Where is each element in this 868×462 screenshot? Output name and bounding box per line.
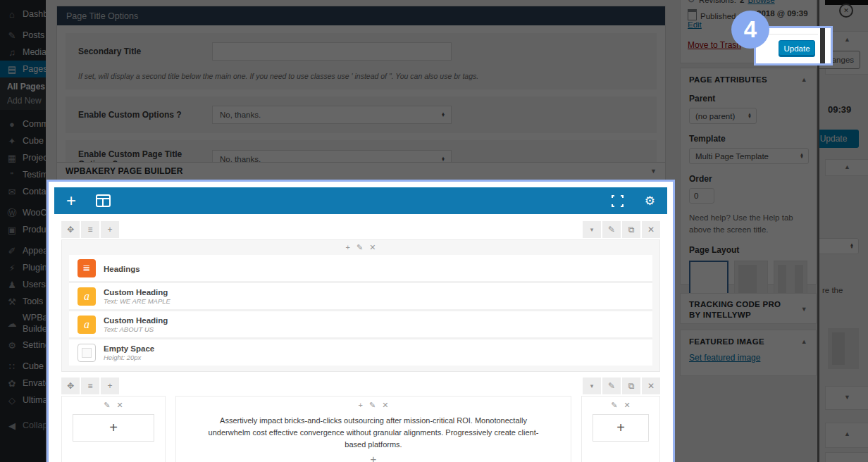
sidebar-item-projects[interactable]: ▦Projects [0, 149, 46, 166]
pin-icon: ✎ [6, 31, 18, 40]
sidebar-item-woocommerce[interactable]: ⓌWooCommerce [0, 204, 46, 221]
row-edit-button[interactable]: ✎ [602, 221, 621, 238]
text-block-element[interactable]: Assertively impact bricks-and-clicks out… [183, 413, 564, 451]
layout-thumb-right-sidebar[interactable] [734, 261, 768, 297]
column-delete-icon[interactable]: ✕ [382, 401, 388, 410]
chevron-up-icon[interactable]: ▲ [844, 430, 850, 437]
sidebar-item-dashboard[interactable]: ⌂Dashboard [0, 6, 46, 23]
element-title: Headings [104, 265, 140, 273]
enable-custom-options-select[interactable]: No, thanks. ▲▼ [212, 106, 452, 124]
row-add-button[interactable]: + [101, 221, 119, 238]
headings-icon: ≣ [78, 259, 96, 277]
update-button[interactable]: Update [779, 40, 815, 57]
row-layout-button[interactable]: ≡ [81, 377, 99, 394]
edit-published-link[interactable]: Edit [688, 20, 702, 29]
sidebar-item-products[interactable]: ▣Products [0, 221, 46, 238]
row-delete-button[interactable]: ✕ [642, 377, 660, 394]
wpbakery-metabox-header[interactable]: WPBAKERY PAGE BUILDER ▼ [56, 162, 666, 180]
chevron-up-icon[interactable]: ▲ [801, 338, 807, 345]
templates-button[interactable] [96, 194, 111, 207]
vc-element-empty-space[interactable]: Empty Space Height: 20px [69, 339, 652, 366]
row-toggle-button[interactable]: ▾ [583, 377, 601, 394]
secondary-title-input[interactable] [212, 42, 452, 61]
row-drag-handle[interactable]: ✥ [61, 221, 80, 238]
add-element-button[interactable]: + [66, 192, 76, 209]
comments-icon: ● [6, 120, 18, 129]
vc-row-toolbar: ✥ ≡ + ▾ ✎ ⧉ ✕ [61, 377, 660, 394]
template-select[interactable]: Multi Page Template ▲▼ [689, 148, 809, 164]
fullscreen-icon[interactable] [612, 195, 624, 207]
sidebar-item-plugins[interactable]: ⚡Plugins [0, 259, 46, 276]
sidebar-item-contact[interactable]: ✉Contact [0, 183, 46, 200]
row-add-button[interactable]: + [101, 377, 119, 394]
element-subtitle: Text: WE ARE MAPLE [104, 297, 170, 305]
row-clone-button[interactable]: ⧉ [622, 377, 640, 394]
select-stepper-icon: ▲▼ [850, 244, 854, 249]
sidebar-item-ultimate[interactable]: ◇Ultimate [0, 392, 46, 408]
chevron-down-icon[interactable]: ▼ [650, 168, 657, 175]
column-edit-icon[interactable]: ✎ [611, 401, 617, 410]
sidebar-item-add-new[interactable]: Add New [0, 94, 46, 108]
empty-space-icon [78, 344, 96, 362]
row-drag-handle[interactable]: ✥ [61, 377, 80, 394]
sidebar-item-testimonials[interactable]: “Testimonials [0, 166, 46, 183]
chevron-down-icon[interactable]: ▼ [801, 306, 807, 314]
column-add-icon[interactable]: + [359, 401, 363, 410]
column-edit-icon[interactable]: ✎ [356, 243, 363, 252]
row-delete-button[interactable]: ✕ [642, 221, 660, 238]
row-edit-button[interactable]: ✎ [602, 377, 621, 394]
column-delete-icon[interactable]: ✕ [369, 243, 376, 252]
sidebar-item-users[interactable]: ♟Users [0, 276, 46, 293]
row-toggle-button[interactable]: ▾ [583, 221, 601, 238]
sidebar-item-cube-posts[interactable]: ✦Cube Portfolio [0, 132, 46, 149]
column-edit-icon[interactable]: ✎ [369, 401, 376, 410]
sidebar-item-envato-market[interactable]: ✿Envato Market [0, 375, 46, 392]
envato-icon: ✿ [6, 379, 18, 388]
sidebar-item-settings[interactable]: ⚙Settings [0, 337, 46, 354]
parent-select[interactable]: (no parent) ▲▼ [689, 108, 757, 124]
pages-icon: ▤ [6, 65, 18, 74]
append-element-button[interactable]: + [183, 451, 564, 462]
sidebar-item-posts[interactable]: ✎Posts [0, 27, 46, 44]
chevron-up-icon[interactable]: ▲ [844, 163, 850, 170]
column-add-icon[interactable]: + [346, 243, 350, 252]
dismiss-notice-icon[interactable]: ✕ [839, 4, 853, 18]
column-edit-icon[interactable]: ✎ [104, 401, 110, 410]
order-input[interactable]: 0 [689, 188, 714, 204]
published-time-fragment: 09:39 [828, 104, 851, 115]
chevron-up-icon[interactable]: ▲ [844, 36, 850, 43]
sidebar-item-all-pages[interactable]: All Pages [0, 80, 46, 94]
row-clone-button[interactable]: ⧉ [622, 221, 640, 238]
sidebar-item-appearance[interactable]: ✐Appearance [0, 242, 46, 259]
sidebar-item-media[interactable]: ♫Media [0, 44, 46, 61]
layout-thumb-left-sidebar[interactable] [774, 261, 807, 297]
layout-thumb-fullwidth[interactable] [689, 261, 728, 297]
sidebar-item-tools[interactable]: ⚒Tools [0, 293, 46, 310]
add-element-to-column-button[interactable]: + [73, 414, 154, 442]
browse-revisions-link[interactable]: Browse [748, 0, 774, 4]
gear-icon[interactable]: ⚙ [645, 195, 655, 207]
add-element-to-column-button[interactable]: + [593, 414, 649, 442]
vc-element-custom-heading[interactable]: a Custom Heading Text: WE ARE MAPLE [69, 283, 652, 311]
chevron-up-icon[interactable]: ▲ [801, 76, 807, 83]
column-delete-icon[interactable]: ✕ [117, 401, 123, 410]
vc-element-custom-heading[interactable]: a Custom Heading Text: ABOUT US [69, 311, 652, 339]
template-label: Template [689, 134, 807, 144]
sidebar-item-cube-portfolio[interactable]: ∷Cube Portfolio [0, 358, 46, 375]
column-delete-icon[interactable]: ✕ [624, 401, 631, 410]
update-button-fragment[interactable]: Update [817, 130, 859, 148]
row-layout-button[interactable]: ≡ [81, 221, 99, 238]
sidebar-item-comments[interactable]: ●Comments [0, 116, 46, 132]
sidebar-item-pages[interactable]: ▤Pages [0, 61, 46, 77]
testimonials-icon: “ [6, 170, 18, 180]
set-featured-image-link[interactable]: Set featured image [689, 353, 760, 363]
vc-column: + ✎ ✕ Assertively impact bricks-and-clic… [175, 396, 571, 462]
sidebar-item-wpbakery-builder[interactable]: ☁WPBakery Builder [0, 310, 46, 337]
page-attributes-metabox: PAGE ATTRIBUTES ▲ Parent (no parent) ▲▼ … [680, 68, 817, 285]
template-select-fragment[interactable]: ▲▼ [817, 238, 859, 254]
chevron-down-icon[interactable]: ▼ [844, 394, 850, 401]
vc-element-headings[interactable]: ≣ Headings [69, 255, 652, 283]
move-to-trash-link[interactable]: Move to Trash [688, 40, 741, 50]
sidebar-item-collapse-menu[interactable]: ◀Collapse menu [0, 417, 46, 434]
plugins-icon: ⚡ [6, 263, 18, 273]
